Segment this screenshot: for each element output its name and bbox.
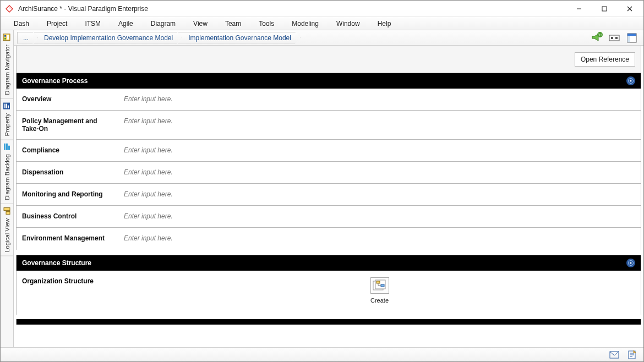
- menu-bar: Dash Project ITSM Agile Diagram View Tea…: [1, 17, 643, 30]
- section-title: Governance Structure: [22, 259, 91, 267]
- form-row-business-control: Business Control: [17, 206, 641, 228]
- svg-rect-24: [615, 37, 618, 39]
- section-header-collapsed: [16, 319, 641, 325]
- menu-modeling[interactable]: Modeling: [283, 18, 328, 30]
- svg-rect-15: [4, 144, 6, 150]
- mail-icon[interactable]: [609, 350, 619, 360]
- menu-help[interactable]: Help: [369, 18, 400, 30]
- form-row-compliance: Compliance: [17, 140, 641, 162]
- panel-layout-icon[interactable]: [626, 32, 638, 44]
- dispensation-input[interactable]: [124, 168, 635, 176]
- menu-project[interactable]: Project: [38, 18, 76, 30]
- breadcrumb-ellipsis[interactable]: ...: [17, 32, 38, 44]
- menu-itsm[interactable]: ITSM: [76, 18, 110, 30]
- svg-rect-35: [381, 284, 384, 287]
- overview-input[interactable]: [124, 95, 635, 103]
- svg-rect-34: [376, 281, 380, 283]
- compliance-input[interactable]: [124, 146, 635, 154]
- svg-text:9+: 9+: [598, 33, 602, 37]
- side-tab-logical-view[interactable]: Logical View: [1, 204, 13, 256]
- menu-team[interactable]: Team: [216, 18, 250, 30]
- svg-rect-23: [611, 37, 613, 39]
- property-icon: [3, 102, 11, 110]
- status-bar: [1, 347, 643, 361]
- section-header: Governance Structure: [17, 255, 641, 271]
- svg-rect-4: [602, 7, 607, 11]
- svg-rect-22: [609, 35, 619, 41]
- form-row-org-structure: Organization Structure Create: [17, 271, 641, 315]
- side-tab-strip: Diagram Navigator Property Diagram Backl…: [1, 30, 14, 347]
- section-governance-structure: Governance Structure Organization Struct…: [16, 255, 641, 315]
- svg-rect-27: [627, 36, 630, 42]
- form-label: Business Control: [17, 206, 118, 227]
- menu-view[interactable]: View: [184, 18, 216, 30]
- svg-rect-19: [4, 208, 10, 211]
- note-icon[interactable]: [627, 350, 637, 360]
- form-label: Overview: [17, 89, 118, 110]
- form-label: Compliance: [17, 140, 118, 161]
- menu-agile[interactable]: Agile: [110, 18, 142, 30]
- breadcrumb-item[interactable]: Develop Implementation Governance Model: [34, 32, 182, 44]
- menu-diagram[interactable]: Diagram: [142, 18, 184, 30]
- form-row-monitoring: Monitoring and Reporting: [17, 184, 641, 206]
- side-tab-diagram-navigator[interactable]: Diagram Navigator: [1, 30, 13, 99]
- breadcrumb-bar: ... Develop Implementation Governance Mo…: [14, 30, 643, 46]
- close-button[interactable]: [617, 1, 642, 17]
- open-reference-button[interactable]: Open Reference: [575, 52, 635, 67]
- side-tab-property[interactable]: Property: [1, 99, 13, 140]
- breadcrumb-item[interactable]: Implementation Governance Model: [178, 32, 301, 44]
- svg-rect-26: [627, 34, 636, 36]
- backlog-icon: [3, 143, 11, 151]
- svg-rect-16: [7, 144, 8, 150]
- monitoring-input[interactable]: [124, 190, 635, 198]
- logical-view-icon: [3, 207, 11, 215]
- side-tab-diagram-backlog[interactable]: Diagram Backlog: [1, 140, 13, 204]
- svg-rect-18: [7, 212, 10, 215]
- minimize-button[interactable]: [566, 1, 592, 17]
- menu-tools[interactable]: Tools: [250, 18, 283, 30]
- form-label: Policy Management and Take-On: [17, 111, 118, 139]
- form-row-dispensation: Dispensation: [17, 162, 641, 184]
- form-header-area: Open Reference: [16, 46, 641, 73]
- policy-management-input[interactable]: [124, 117, 635, 125]
- fit-window-icon[interactable]: [608, 32, 620, 44]
- menu-dash[interactable]: Dash: [5, 18, 38, 30]
- form-label: Dispensation: [17, 162, 118, 183]
- info-icon[interactable]: [626, 259, 635, 267]
- svg-point-29: [630, 80, 632, 82]
- environment-management-input[interactable]: [124, 234, 635, 242]
- announce-icon[interactable]: 9+: [591, 32, 603, 44]
- form-label: Organization Structure: [22, 277, 124, 307]
- section-header: Governance Process: [17, 73, 641, 89]
- section-governance-process: Governance Process Overview Policy Man: [16, 73, 641, 250]
- navigator-icon: [3, 34, 11, 41]
- section-title: Governance Process: [22, 77, 88, 85]
- svg-rect-17: [9, 146, 10, 150]
- create-diagram-button[interactable]: [370, 277, 389, 294]
- form-label: Monitoring and Reporting: [17, 184, 118, 205]
- maximize-button[interactable]: [592, 1, 617, 17]
- side-tab-label: Diagram Backlog: [4, 154, 10, 200]
- business-control-input[interactable]: [124, 212, 635, 220]
- menu-window[interactable]: Window: [328, 18, 369, 30]
- window-title: ArchiSurance * - Visual Paradigm Enterpr…: [18, 5, 148, 13]
- svg-point-31: [630, 262, 632, 264]
- form-row-overview: Overview: [17, 89, 641, 111]
- info-icon[interactable]: [626, 76, 635, 85]
- side-tab-label: Logical View: [4, 218, 10, 253]
- app-icon: [5, 4, 14, 13]
- side-tab-label: Diagram Navigator: [4, 45, 10, 95]
- create-caption: Create: [370, 297, 389, 304]
- form-label: Environment Management: [17, 228, 118, 250]
- title-bar: ArchiSurance * - Visual Paradigm Enterpr…: [1, 1, 643, 17]
- side-tab-label: Property: [4, 113, 10, 136]
- form-row-environment-management: Environment Management: [17, 228, 641, 250]
- form-row-policy-management: Policy Management and Take-On: [17, 111, 641, 140]
- form-canvas[interactable]: Open Reference Governance Process: [14, 46, 643, 347]
